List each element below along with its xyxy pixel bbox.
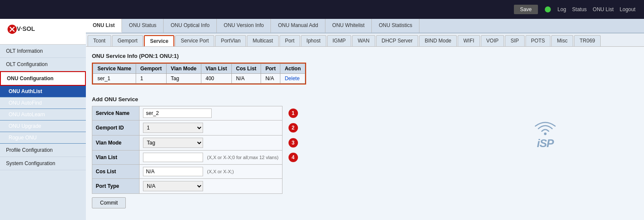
vsol-logo: V·SOL: [6, 23, 40, 40]
sidebar-sub-onu-upgrade[interactable]: ONU Upgrade: [0, 121, 86, 132]
input-cell-service-name: [140, 106, 283, 121]
isp-label: iSP: [537, 137, 554, 150]
label-cos-list: Cos List: [92, 165, 140, 179]
top-header: Save Log Status ONU List Logout: [0, 0, 644, 19]
service-name-input[interactable]: [143, 108, 212, 118]
step-badge-3: 3: [289, 138, 298, 148]
tab-onu-version-info[interactable]: ONU Version Info: [217, 19, 271, 33]
status-link[interactable]: Status: [572, 6, 587, 12]
tab-onu-whitelist[interactable]: ONU Whitelist: [325, 19, 372, 33]
service-info-title: ONU Service Info (PON:1 ONU:1): [92, 53, 638, 59]
tab-sip[interactable]: SIP: [505, 35, 524, 46]
input-cell-port-type: N/A ETH VEIP: [140, 179, 283, 194]
tab-onu-status[interactable]: ONU Status: [122, 19, 164, 33]
form-row-vlan-list: Vlan List (X,X or X-X;0 for all;max 12 v…: [92, 151, 302, 165]
input-cell-cos-list: (X,X or X-X;): [140, 165, 283, 179]
cell-port: N/A: [261, 74, 280, 84]
col-port: Port: [261, 64, 280, 74]
add-service-title: Add ONU Service: [92, 96, 638, 102]
form-row-service-name: Service Name 1: [92, 106, 302, 121]
sidebar: V·SOL OLT Information OLT Configuration …: [0, 19, 86, 220]
cell-vlan-list: 400: [201, 74, 231, 84]
log-link[interactable]: Log: [558, 6, 566, 12]
form-row-vlan-mode: Vlan Mode Tag Transparent Translate 3: [92, 136, 302, 151]
tab-onu-statistics[interactable]: ONU Statistics: [372, 19, 419, 33]
sidebar-sub-onu-authlist[interactable]: ONU AuthList: [0, 86, 86, 97]
form-row-gemport-id: Gemport ID 1 2 3 4 2: [92, 121, 302, 136]
tab-port[interactable]: Port: [279, 35, 300, 46]
cos-list-input[interactable]: [143, 167, 203, 176]
col-cos-list: Cos List: [231, 64, 261, 74]
status-indicator: [545, 6, 551, 12]
tab-wan[interactable]: WAN: [352, 35, 375, 46]
content-body: ONU Service Info (PON:1 ONU:1) Service N…: [86, 47, 644, 214]
tab-onu-optical-info[interactable]: ONU Optical Info: [164, 19, 217, 33]
cos-list-hint: (X,X or X-X;): [207, 169, 234, 174]
tab-gemport[interactable]: Gemport: [112, 35, 143, 46]
save-button[interactable]: Save: [514, 5, 538, 14]
logo-area: V·SOL: [0, 19, 86, 45]
delete-link[interactable]: Delete: [285, 75, 300, 81]
tab-pots[interactable]: POTS: [526, 35, 551, 46]
tab-portvlan[interactable]: PortVlan: [215, 35, 246, 46]
label-port-type: Port Type: [92, 179, 140, 194]
tab-wifi[interactable]: WIFI: [458, 35, 480, 46]
tab-onu-list[interactable]: ONU List: [86, 19, 122, 33]
tab-voip[interactable]: VOIP: [481, 35, 504, 46]
tab-tcont[interactable]: Tcont: [88, 35, 111, 46]
service-table: Service Name Gemport Vlan Mode Vlan List…: [93, 63, 305, 84]
gemport-id-select[interactable]: 1 2 3 4: [143, 123, 203, 133]
sidebar-item-olt-config[interactable]: OLT Configuration: [0, 58, 86, 71]
label-gemport-id: Gemport ID: [92, 121, 140, 136]
tab-misc[interactable]: Misc: [551, 35, 573, 46]
onu-list-link[interactable]: ONU List: [593, 6, 614, 12]
step-badge-1: 1: [289, 108, 298, 118]
commit-button[interactable]: Commit: [92, 197, 126, 208]
col-vlan-mode: Vlan Mode: [166, 64, 201, 74]
sidebar-sub-onu-autofind[interactable]: ONU AutoFind: [0, 97, 86, 109]
sidebar-item-onu-config[interactable]: ONU Configuration: [0, 71, 86, 86]
wifi-icon: [532, 120, 558, 137]
tab-tr069[interactable]: TR069: [574, 35, 601, 46]
secondary-tab-bar: Tcont Gemport Service Service Port PortV…: [86, 33, 644, 47]
port-type-select[interactable]: N/A ETH VEIP: [143, 181, 203, 191]
sidebar-item-profile-config[interactable]: Profile Configuration: [0, 144, 86, 157]
tab-multicast[interactable]: Multicast: [247, 35, 278, 46]
nav-links: Log Status ONU List Logout: [558, 6, 635, 12]
tab-bind-mode[interactable]: BIND Mode: [419, 35, 457, 46]
add-service-form: Service Name 1 Gemport ID: [92, 106, 302, 194]
content-area: ONU List ONU Status ONU Optical Info ONU…: [86, 19, 644, 220]
step-badge-4: 4: [289, 153, 298, 162]
cell-gemport: 1: [136, 74, 166, 84]
service-info-box: Service Name Gemport Vlan Mode Vlan List…: [92, 63, 306, 84]
vlan-list-hint: (X,X or X-X;0 for all;max 12 vlans): [207, 155, 278, 160]
logout-link[interactable]: Logout: [620, 6, 635, 12]
table-row: ser_1 1 Tag 400 N/A N/A Delete: [93, 74, 305, 84]
svg-text:V·SOL: V·SOL: [17, 25, 35, 32]
input-cell-gemport-id: 1 2 3 4: [140, 121, 283, 136]
label-service-name: Service Name: [92, 106, 140, 121]
sidebar-sub-rogue-onu[interactable]: Rogue ONU: [0, 132, 86, 144]
tab-onu-manual-add[interactable]: ONU Manual Add: [271, 19, 325, 33]
cell-vlan-mode: Tag: [166, 74, 201, 84]
label-vlan-list: Vlan List: [92, 151, 140, 165]
sidebar-sub-onu-autolearn[interactable]: ONU AutoLearn: [0, 109, 86, 121]
tab-service-port[interactable]: Service Port: [175, 35, 214, 46]
tab-iphost[interactable]: Iphost: [301, 35, 326, 46]
col-vlan-list: Vlan List: [201, 64, 231, 74]
vlan-mode-select[interactable]: Tag Transparent Translate: [143, 138, 203, 148]
tab-dhcp-server[interactable]: DHCP Server: [376, 35, 418, 46]
step-badge-2: 2: [289, 123, 298, 133]
form-row-port-type: Port Type N/A ETH VEIP: [92, 179, 302, 194]
col-service-name: Service Name: [93, 64, 136, 74]
tab-igmp[interactable]: IGMP: [327, 35, 352, 46]
cell-action[interactable]: Delete: [280, 74, 305, 84]
cell-cos-list: N/A: [231, 74, 261, 84]
input-cell-vlan-mode: Tag Transparent Translate: [140, 136, 283, 151]
primary-tab-bar: ONU List ONU Status ONU Optical Info ONU…: [86, 19, 644, 33]
sidebar-item-system-config[interactable]: System Configuration: [0, 157, 86, 170]
tab-service[interactable]: Service: [144, 35, 174, 46]
form-row-cos-list: Cos List (X,X or X-X;): [92, 165, 302, 179]
vlan-list-input[interactable]: [143, 153, 203, 162]
sidebar-item-olt-info[interactable]: OLT Information: [0, 45, 86, 58]
